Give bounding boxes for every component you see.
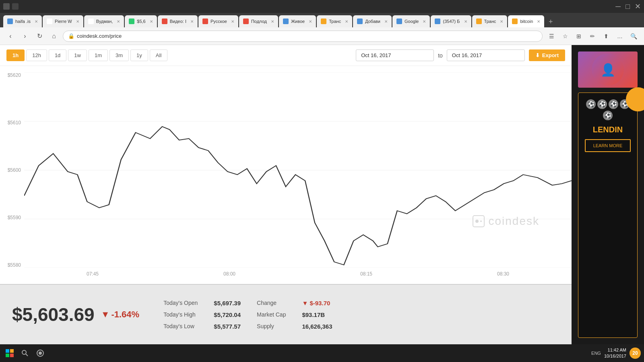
share-button[interactable]: ⬆ <box>601 31 612 42</box>
stat-label-high: Today's High <box>163 311 198 318</box>
tab-close-button[interactable]: ✕ <box>271 19 274 24</box>
browser-tab[interactable]: Google ✕ <box>392 15 430 27</box>
search-taskbar-icon[interactable] <box>19 347 31 360</box>
y-label-5600: $5600 <box>3 167 21 173</box>
favorites-button[interactable]: ☆ <box>559 31 571 42</box>
tab-close-button[interactable]: ✕ <box>309 19 312 24</box>
ad-person-image: 👤 <box>601 63 615 77</box>
svg-point-6 <box>475 220 479 223</box>
tab-close-button[interactable]: ✕ <box>35 19 38 24</box>
export-button[interactable]: ⬇ Export <box>529 49 565 61</box>
chart-svg-container: coindesk <box>24 72 572 268</box>
start-button[interactable] <box>3 347 16 360</box>
watermark-text: coindesk <box>488 215 539 228</box>
chart-section: 1h12h1d1w1m3m1yAll Oct 16, 2017 to Oct 1… <box>0 45 572 344</box>
coindesk-logo-icon <box>472 215 485 228</box>
tab-favicon <box>88 19 94 24</box>
lending-ad[interactable]: ⚽ ⚽ ⚽ ⚽ ⚽ LENDIN LEARN MORE <box>578 93 638 338</box>
close-button[interactable]: ✕ <box>635 2 641 11</box>
tab-close-button[interactable]: ✕ <box>500 19 503 24</box>
browser-tab[interactable]: Транс ✕ <box>317 15 352 27</box>
ad-image-top[interactable]: 👤 <box>578 51 638 88</box>
time-period-button[interactable]: 12h <box>26 49 47 61</box>
tab-close-button[interactable]: ✕ <box>345 19 348 24</box>
browser-tab[interactable]: Видео: I ✕ <box>158 15 198 27</box>
tab-close-button[interactable]: ✕ <box>76 19 79 24</box>
export-label: Export <box>542 52 559 58</box>
y-axis: $5620 $5610 $5600 $5590 $5580 <box>0 72 24 268</box>
tab-favicon <box>512 19 518 24</box>
tab-close-button[interactable]: ✕ <box>384 19 388 24</box>
sidebar-toggle-button[interactable]: ☰ <box>546 31 557 42</box>
refresh-button[interactable]: ↻ <box>34 31 45 42</box>
browser-tab[interactable]: Транс ✕ <box>472 15 508 27</box>
time-period-button[interactable]: 3m <box>109 49 129 61</box>
tab-label: Видео: I <box>170 19 186 24</box>
svg-point-7 <box>480 220 482 222</box>
date-range: Oct 16, 2017 to Oct 16, 2017 ⬇ Export <box>356 49 565 61</box>
browser-tab[interactable]: Добави ✕ <box>353 15 392 27</box>
cortana-icon[interactable] <box>34 347 47 360</box>
browser-tab[interactable]: Живое ✕ <box>279 15 316 27</box>
search-button[interactable]: 🔍 <box>628 31 639 42</box>
stat-label-open: Today's Open <box>163 300 198 306</box>
time-period-button[interactable]: 1m <box>89 49 108 61</box>
tab-favicon <box>476 19 482 24</box>
svg-rect-8 <box>6 349 9 353</box>
collections-button[interactable]: ⊞ <box>573 31 584 42</box>
content-area: 1h12h1d1w1m3m1yAll Oct 16, 2017 to Oct 1… <box>0 45 644 344</box>
change-arrow-icon: ▼ <box>101 309 110 320</box>
coin-icon-1: ⚽ <box>586 99 596 109</box>
pen-button[interactable]: ✏ <box>587 31 598 42</box>
price-display: $5,603.69 ▼ -1.64% <box>12 304 139 325</box>
browser-tab[interactable]: $5,6 ✕ <box>125 15 157 27</box>
new-tab-button[interactable]: + <box>545 16 556 27</box>
browser-tab[interactable]: (3547) Б ✕ <box>431 15 471 27</box>
windows-icon <box>3 3 10 10</box>
maximize-button[interactable]: □ <box>625 2 630 11</box>
tab-close-button[interactable]: ✕ <box>464 19 467 24</box>
chart-container: $5620 $5610 $5600 $5590 $5580 <box>0 66 572 284</box>
date-from-input[interactable]: Oct 16, 2017 <box>356 49 434 61</box>
price-chart <box>24 72 572 268</box>
time-period-button[interactable]: All <box>150 49 167 61</box>
browser-tab[interactable]: bitcoin ✕ <box>508 15 544 27</box>
lending-cta-button[interactable]: LEARN MORE <box>585 139 631 152</box>
more-button[interactable]: … <box>614 31 625 42</box>
tab-close-button[interactable]: ✕ <box>537 19 540 24</box>
tab-favicon <box>162 19 167 24</box>
browser-tab[interactable]: Вудман, ✕ <box>84 15 124 27</box>
svg-rect-11 <box>10 354 14 357</box>
tab-close-button[interactable]: ✕ <box>423 19 426 24</box>
time-period-button[interactable]: 1h <box>6 49 25 61</box>
home-button[interactable]: ⌂ <box>48 31 60 42</box>
tab-favicon <box>202 19 208 24</box>
notification-badge[interactable]: 20 <box>630 348 641 359</box>
time-period-button[interactable]: 1w <box>68 49 87 61</box>
x-label-0800: 08:00 <box>223 271 235 277</box>
browser-tab[interactable]: haifa .is ✕ <box>3 15 42 27</box>
download-icon: ⬇ <box>535 52 540 58</box>
tab-close-button[interactable]: ✕ <box>231 19 234 24</box>
time-buttons: 1h12h1d1w1m3m1yAll <box>6 49 167 61</box>
tab-favicon <box>283 19 289 24</box>
address-bar[interactable]: 🔒 coindesk.com/price <box>63 31 543 42</box>
browser-chrome: ─ □ ✕ haifa .is ✕ Pierre W ✕ Вудман, ✕ $… <box>0 0 644 45</box>
browser-tab[interactable]: Pierre W ✕ <box>43 15 83 27</box>
time-period-button[interactable]: 1d <box>49 49 66 61</box>
date-to-input[interactable]: Oct 16, 2017 <box>447 49 525 61</box>
back-button[interactable]: ‹ <box>5 31 16 42</box>
tab-favicon <box>396 19 402 24</box>
forward-button[interactable]: › <box>19 31 31 42</box>
tab-close-button[interactable]: ✕ <box>190 19 194 24</box>
tab-close-button[interactable]: ✕ <box>150 19 153 24</box>
coin-icon-3: ⚽ <box>609 99 618 109</box>
tab-close-button[interactable]: ✕ <box>117 19 120 24</box>
minimize-button[interactable]: ─ <box>615 2 621 11</box>
time-period-button[interactable]: 1y <box>130 49 148 61</box>
browser-tab[interactable]: Русское ✕ <box>198 15 238 27</box>
change-percent: -1.64% <box>111 309 139 320</box>
stat-value-marketcap: $93.17B <box>302 311 332 318</box>
browser-tab[interactable]: Подлод ✕ <box>239 15 278 27</box>
browser-icon <box>12 3 19 10</box>
